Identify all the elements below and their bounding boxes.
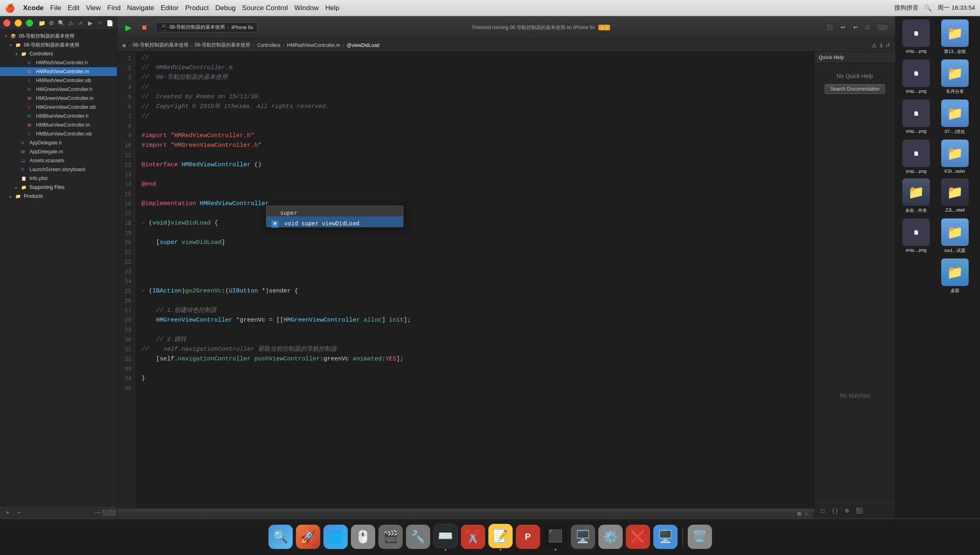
desktop-icon-snip5[interactable]: 📄 snip....png [898, 218, 934, 252]
desktop-icon-snip1[interactable]: 📄 snip....png [898, 19, 934, 53]
tree-item-hmgreen-h[interactable]: H HMGreenViewController.h [0, 85, 117, 94]
sidebar-options-btn[interactable]: ⋯ [93, 508, 102, 517]
toolbar-layout-btn1[interactable]: □ [863, 23, 872, 32]
toolbar-view-btn3[interactable]: ↩ [850, 23, 861, 32]
dock-syspref[interactable]: ⚙️ [598, 525, 623, 550]
sidebar-git-icon[interactable]: ⑂ [97, 19, 104, 28]
desktop-icon-snip3[interactable]: 📄 snip....png [898, 100, 934, 133]
breadcrumb-4[interactable]: HMRedViewController.m [287, 42, 340, 48]
sidebar-test-icon[interactable]: ✓ [77, 19, 84, 28]
sidebar-debug-icon[interactable]: ▶ [87, 19, 94, 28]
tree-item-project-root[interactable]: ▾ 📦 06-导航控制器的基本使用 [0, 32, 117, 40]
tree-item-hmgreen-m[interactable]: M HMGreenViewController.m [0, 94, 117, 103]
desktop-icon-folder4[interactable]: 📁 KSI...aster [937, 140, 973, 174]
menu-editor[interactable]: Editor [161, 4, 178, 12]
tree-item-assets[interactable]: 🗂 Assets.xcassets [0, 156, 117, 165]
search-documentation-btn[interactable]: Search Documentation [825, 84, 885, 94]
scheme-selector[interactable]: 📱 06-导航控制器的基本使用 › iPhone 6s [156, 22, 258, 32]
tree-item-hmred-m[interactable]: M HMRedViewController.m [0, 67, 117, 76]
rp-icon-4[interactable]: ⬛ [854, 506, 864, 515]
breadcrumb-3[interactable]: Controllers [257, 42, 281, 48]
dock-terminal1[interactable]: ⌨️ [433, 524, 458, 551]
menu-debug[interactable]: Debug [215, 4, 235, 12]
status-layout-icon[interactable]: ⊞ [797, 511, 801, 517]
tree-item-hmred-xib[interactable]: X HMRedViewController.xib [0, 76, 117, 85]
tree-item-hmblue-h[interactable]: H HMBlueViewController.h [0, 112, 117, 121]
dock-paste[interactable]: ✂️ [461, 525, 485, 550]
menu-product[interactable]: Product [185, 4, 209, 12]
dock-launchpad[interactable]: 🚀 [296, 525, 320, 550]
sidebar-warning-icon[interactable]: ⚠ [67, 19, 74, 28]
menu-navigate[interactable]: Navigate [127, 4, 154, 12]
breadcrumb-5[interactable]: @viewDidLoad [347, 42, 380, 48]
desktop-icon-folder3[interactable]: 📁 07-...(优化 [937, 100, 973, 135]
tree-item-hmred-h[interactable]: H HMRedViewController.h [0, 58, 117, 67]
toolbar-layout-btn2[interactable]: ⬛□ [874, 23, 890, 32]
stop-btn[interactable]: ⏹ [138, 22, 151, 33]
tree-item-hmgreen-xib[interactable]: X HMGreenViewController.xib [0, 103, 117, 112]
dock-finder[interactable]: 🔍 [268, 525, 293, 550]
tree-item-launchscreen[interactable]: S LaunchScreen.storyboard [0, 165, 117, 174]
menu-source-control[interactable]: Source Control [242, 4, 288, 12]
desktop-icon-snip4[interactable]: 📄 snip....png [898, 140, 934, 174]
tree-item-appdelegate-h[interactable]: H AppDelegate.h [0, 138, 117, 147]
tree-item-subgroup[interactable]: ▾ 📁 06-导航控制器的基本使用 [0, 40, 117, 49]
tree-item-products[interactable]: ▸ 📁 Products [0, 192, 117, 201]
tree-item-appdelegate-m[interactable]: M AppDelegate.m [0, 147, 117, 156]
dock-papp[interactable]: P [516, 525, 540, 550]
code-lines[interactable]: // // HMRedViewController.m // 06-导航控制器的… [135, 52, 814, 508]
rp-icon-1[interactable]: ◻ [818, 506, 828, 515]
search-icon[interactable]: 🔍 [924, 4, 932, 12]
sidebar-layout-btn[interactable]: ⬛⬛ [105, 508, 114, 517]
sidebar-source-icon[interactable]: ⚙ [48, 19, 55, 28]
menu-view[interactable]: View [86, 4, 101, 12]
dock-tools[interactable]: 🔧 [406, 525, 430, 550]
sidebar-folder-icon[interactable]: 📁 [38, 19, 45, 28]
dock-mouse[interactable]: 🖱️ [351, 525, 375, 550]
apple-menu[interactable]: 🍎 [5, 3, 15, 13]
sidebar-report-icon[interactable]: 📄 [106, 19, 114, 28]
menu-find[interactable]: Find [107, 4, 120, 12]
menu-xcode[interactable]: Xcode [23, 4, 44, 12]
dock-retina[interactable]: 🖥️ [653, 525, 678, 550]
toolbar-view-btn1[interactable]: ⬛ [823, 23, 836, 32]
dock-notes[interactable]: 📝 [488, 524, 513, 551]
menu-file[interactable]: File [50, 4, 61, 12]
desktop-icon-folder2[interactable]: 📁 车丹分享 [937, 59, 973, 95]
code-editor[interactable]: 1234 5678 9101112 13141516 17181920 2122… [117, 52, 814, 519]
rp-icon-3[interactable]: ⊕ [842, 506, 852, 515]
tree-item-supporting[interactable]: ▸ 📁 Supporting Files [0, 183, 117, 192]
add-file-btn[interactable]: ＋ [3, 508, 12, 517]
run-btn[interactable]: ▶ [122, 21, 135, 34]
breadcrumb-1[interactable]: 06-导航控制器的基本使用 [133, 42, 188, 49]
toolbar-view-btn2[interactable]: ↩ [838, 23, 849, 32]
menu-help[interactable]: Help [325, 4, 339, 12]
dock-safari[interactable]: 🌐 [323, 525, 348, 550]
tree-item-hmblue-m[interactable]: M HMBlueViewController.m [0, 121, 117, 129]
rp-icon-2[interactable]: { } [830, 506, 840, 515]
tree-item-controllers[interactable]: ▾ 📁 Controllers [0, 49, 117, 58]
desktop-icon-ios1[interactable]: 📁 ios1...试题 [937, 218, 973, 254]
desktop-icon-folder5[interactable]: 📁 未命...件夹 [898, 178, 934, 214]
desktop-icon-snip2[interactable]: 📄 snip....png [898, 59, 934, 93]
dock-screen[interactable]: 🖥️ [571, 525, 595, 550]
desktop-icon-folder6[interactable]: 📁 ZJL...etail [937, 178, 973, 212]
maximize-btn[interactable] [26, 19, 33, 27]
desktop-icon-desktop[interactable]: 📁 桌面 [937, 258, 973, 294]
dock-terminal2[interactable]: ⬛ [543, 524, 568, 551]
minimize-btn[interactable] [15, 19, 22, 27]
autocomplete-item-2[interactable]: M void super viewDidLoad [266, 216, 403, 227]
status-back-icon[interactable]: ← [805, 511, 809, 517]
delete-file-btn[interactable]: − [15, 508, 23, 517]
menu-window[interactable]: Window [294, 4, 319, 12]
autocomplete-popup[interactable]: super M void super viewDidLoad [266, 205, 403, 227]
desktop-icon-folder1[interactable]: 📁 第13...业组 [937, 19, 973, 55]
dock-trash[interactable]: 🗑️ [688, 525, 712, 550]
tree-item-hmblue-xib[interactable]: X HMBlueViewController.xib [0, 129, 117, 138]
dock-dvd[interactable]: 🎬 [378, 525, 403, 550]
close-btn[interactable] [3, 19, 11, 27]
breadcrumb-2[interactable]: 06-导航控制器的基本使用 [195, 42, 250, 49]
autocomplete-item-1[interactable]: super [266, 206, 403, 216]
sidebar-search-icon[interactable]: 🔍 [57, 19, 65, 28]
menu-edit[interactable]: Edit [68, 4, 79, 12]
